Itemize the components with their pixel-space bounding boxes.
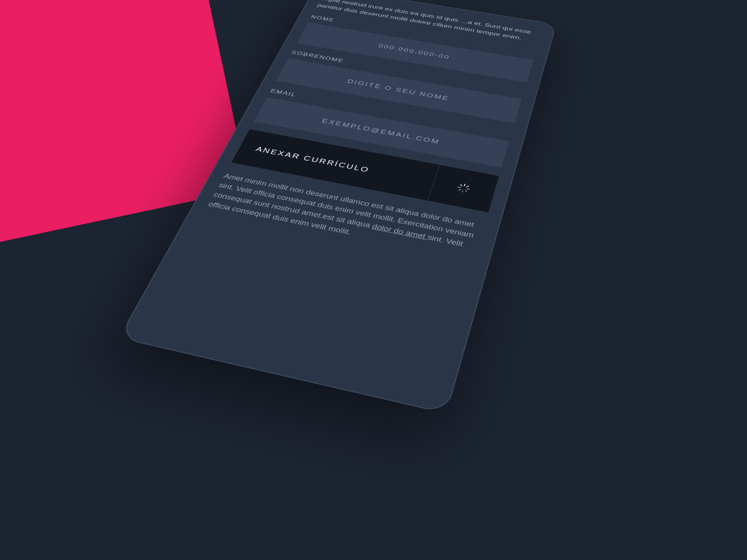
loading-spinner-icon — [428, 165, 499, 212]
phone-frame: …giat nostrud irure ex duis ea quis id q… — [118, 0, 557, 414]
